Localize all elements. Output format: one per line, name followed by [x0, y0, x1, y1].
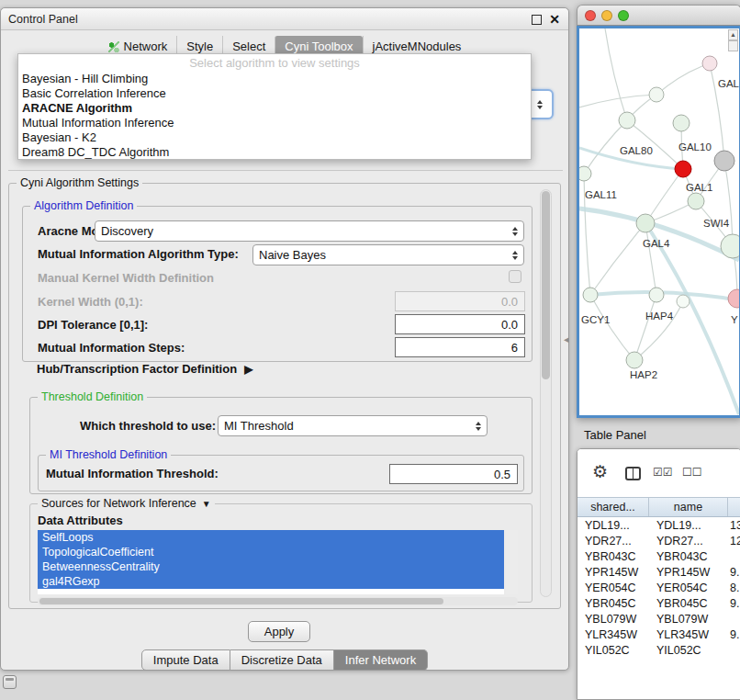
attributes-horizontal-scrollbar-thumb[interactable] [39, 598, 443, 604]
which-threshold-select[interactable]: MI Threshold [218, 415, 488, 436]
network-node[interactable] [677, 295, 690, 308]
float-window-button[interactable] [532, 15, 542, 25]
bottom-tab-impute-data[interactable]: Impute Data [141, 649, 230, 671]
table-row[interactable]: YIL052CYIL052C [577, 642, 740, 658]
attributes-horizontal-scrollbar[interactable] [38, 597, 518, 605]
network-node[interactable] [675, 161, 691, 177]
deselect-all-icon[interactable]: ☐☐ [682, 466, 702, 479]
zoom-traffic-light[interactable] [618, 10, 629, 21]
attribute-item[interactable]: gal4RGexp [38, 574, 504, 589]
settings-scrollbar-thumb[interactable] [542, 191, 550, 379]
expander-down-icon[interactable]: ▼ [202, 499, 211, 509]
apply-button[interactable]: Apply [248, 621, 310, 642]
network-node[interactable] [688, 193, 704, 209]
mi-threshold-field[interactable]: 0.5 [389, 464, 518, 484]
algorithm-option[interactable]: Bayesian - Hill Climbing [18, 72, 531, 86]
bottom-tab-infer-network[interactable]: Infer Network [334, 649, 428, 671]
hub-transcription-factor-expander[interactable]: Hub/Transcription Factor Definition ▶ [37, 362, 252, 376]
table-row[interactable]: YBR045CYBR045C9. [577, 595, 740, 611]
network-edge [590, 292, 739, 300]
table-cell: 12 [728, 535, 740, 548]
network-graph[interactable]: GALGAL80GAL10GAL11GAL1SWI4GAL4GCY1HAP4HA… [579, 28, 739, 415]
data-attributes-list[interactable]: SelfLoopsTopologicalCoefficientBetweenne… [38, 530, 504, 594]
network-node[interactable] [728, 289, 739, 308]
table-toolbar: ⚙ ☑☑ ☐☐ [577, 449, 740, 497]
table-row[interactable]: YDL19...YDL19...13 [577, 517, 740, 533]
sources-expander[interactable]: Sources for Network Inference ▼ [38, 497, 215, 510]
attribute-item[interactable]: BetweennessCentrality [38, 559, 504, 574]
network-edge [590, 295, 634, 360]
network-node[interactable] [649, 87, 664, 102]
table-row[interactable]: YBR043CYBR043C [577, 548, 740, 564]
table-cell: 9. [728, 566, 740, 579]
algorithm-options: Bayesian - Hill ClimbingBasic Correlatio… [18, 72, 531, 160]
network-edge [579, 209, 739, 260]
node-label: GAL4 [643, 238, 670, 249]
kernel-width-field[interactable]: 0.0 [395, 291, 525, 311]
mi-steps-field[interactable]: 6 [395, 337, 525, 357]
algorithm-option[interactable]: Dream8 DC_TDC Algorithm [18, 145, 531, 160]
network-edge [645, 169, 683, 223]
mi-threshold-group-title: MI Threshold Definition [46, 448, 171, 461]
table-row[interactable]: YPR145WYPR145W9. [577, 564, 740, 580]
network-canvas[interactable]: GALGAL80GAL10GAL11GAL1SWI4GAL4GCY1HAP4HA… [577, 26, 740, 418]
network-node[interactable] [579, 166, 591, 181]
table-cell: 13 [728, 519, 740, 532]
attribute-item[interactable]: SelfLoops [38, 530, 504, 545]
manual-kernel-width-label: Manual Kernel Width Definition [38, 271, 214, 285]
node-label: GCY1 [581, 314, 610, 325]
table-column-header[interactable]: shared... [577, 498, 649, 516]
mi-algorithm-type-select[interactable]: Naive Bayes [252, 244, 524, 265]
columns-icon[interactable] [625, 467, 641, 480]
aracne-mode-value: Discovery [101, 224, 153, 238]
table-column-header[interactable]: name [649, 498, 728, 516]
table-cell: YBR043C [577, 550, 649, 563]
tab-label: jActiveMNodules [373, 40, 462, 53]
bottom-tab-discretize-data[interactable]: Discretize Data [230, 649, 334, 671]
algorithm-option[interactable]: ARACNE Algorithm [18, 101, 531, 116]
network-window-titlebar[interactable] [577, 5, 740, 26]
table-row[interactable]: YDR27...YDR27...12 [577, 533, 740, 548]
algorithm-option[interactable]: Basic Correlation Inference [18, 86, 531, 101]
close-traffic-light[interactable] [585, 10, 596, 21]
network-node[interactable] [649, 288, 664, 302]
panel-collapse-icon[interactable]: ◂ [564, 333, 569, 345]
gear-icon[interactable]: ⚙ [592, 461, 608, 482]
which-threshold-value: MI Threshold [224, 419, 294, 433]
manual-kernel-width-checkbox[interactable] [509, 270, 521, 283]
network-node[interactable] [619, 112, 635, 129]
network-node[interactable] [702, 56, 717, 71]
network-scrollbar[interactable]: ▲ [728, 29, 738, 51]
attributes-vertical-scrollbar[interactable] [506, 530, 518, 594]
attribute-item[interactable]: TopologicalCoefficient [38, 545, 504, 559]
window-title: Control Panel [8, 13, 78, 26]
table-row[interactable]: YER054CYER054C8. [577, 580, 740, 595]
control-panel-titlebar[interactable]: Control Panel ✕ [1, 8, 568, 30]
network-node[interactable] [583, 288, 598, 302]
network-node[interactable] [673, 115, 690, 131]
aracne-mode-select[interactable]: Discovery [95, 220, 524, 242]
minimized-panel-icon[interactable] [3, 675, 17, 689]
algorithm-option[interactable]: Bayesian - K2 [18, 130, 531, 145]
minimize-traffic-light[interactable] [601, 10, 612, 21]
table-row[interactable]: YBL079WYBL079W [577, 611, 740, 627]
expander-right-icon[interactable]: ▶ [244, 363, 252, 376]
network-node[interactable] [714, 151, 734, 171]
node-label: GAL [718, 78, 739, 89]
cyni-algorithm-settings-group: Cyni Algorithm Settings Algorithm Defini… [8, 183, 561, 609]
algorithm-option[interactable]: Mutual Information Inference [18, 116, 531, 130]
table-column-header[interactable] [728, 498, 740, 516]
scroll-up-icon[interactable]: ▲ [728, 29, 738, 40]
settings-group-title: Cyni Algorithm Settings [17, 176, 142, 189]
dpi-tolerance-label: DPI Tolerance [0,1]: [38, 318, 148, 332]
dpi-tolerance-field[interactable]: 0.0 [395, 314, 525, 334]
close-window-button[interactable]: ✕ [549, 11, 560, 28]
network-node[interactable] [636, 214, 655, 232]
select-all-icon[interactable]: ☑☑ [653, 466, 673, 479]
scroll-thumb[interactable] [728, 40, 738, 51]
table-row[interactable]: YLR345WYLR345W9. [577, 627, 740, 642]
network-node[interactable] [626, 352, 643, 368]
network-icon [108, 41, 119, 52]
algorithm-definition-group: Algorithm Definition Aracne Mode: Discov… [22, 206, 533, 362]
settings-scrollbar[interactable] [540, 189, 552, 597]
